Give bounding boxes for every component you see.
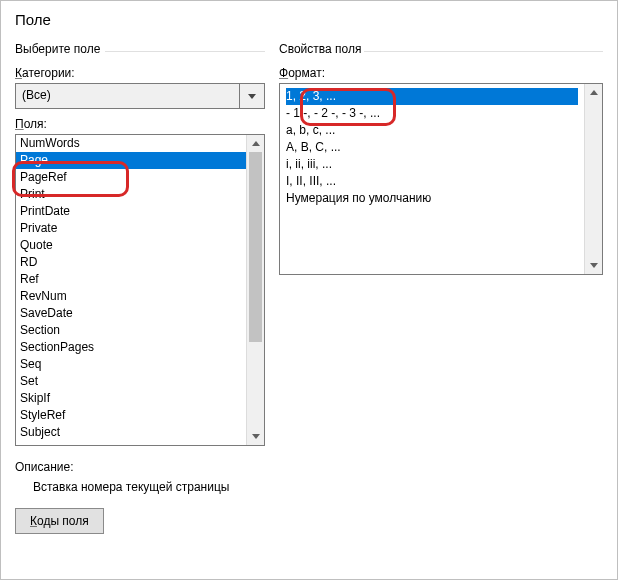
list-item[interactable]: 1, 2, 3, ...	[286, 88, 578, 105]
list-item[interactable]: I, II, III, ...	[286, 173, 578, 190]
list-item[interactable]: Private	[16, 220, 246, 237]
scroll-thumb[interactable]	[249, 152, 262, 342]
categories-label-hotkey: К	[15, 66, 22, 80]
field-codes-button-rest: оды поля	[37, 514, 89, 528]
list-item[interactable]: Нумерация по умолчанию	[286, 190, 578, 207]
list-item[interactable]: RD	[16, 254, 246, 271]
triangle-down-icon	[252, 434, 260, 439]
fields-listbox-items: NumWordsPagePageRefPrintPrintDatePrivate…	[16, 135, 246, 445]
format-label-hotkey: Ф	[279, 66, 288, 80]
categories-combo-value: (Все)	[16, 84, 239, 108]
categories-combo[interactable]: (Все)	[15, 83, 265, 109]
field-codes-button[interactable]: Коды поля	[15, 508, 104, 534]
fields-scrollbar[interactable]	[246, 135, 264, 445]
scroll-up-button[interactable]	[585, 84, 602, 101]
format-listbox[interactable]: 1, 2, 3, ...- 1 -, - 2 -, - 3 -, ...a, b…	[279, 83, 603, 275]
list-item[interactable]: Subject	[16, 424, 246, 441]
fields-label: Поля:	[15, 117, 265, 131]
scroll-down-button[interactable]	[585, 257, 602, 274]
scroll-down-button[interactable]	[247, 428, 264, 445]
description-section: Описание: Вставка номера текущей страниц…	[1, 460, 617, 494]
format-label-rest: ормат:	[288, 66, 325, 80]
list-item[interactable]: i, ii, iii, ...	[286, 156, 578, 173]
dialog-title: Поле	[1, 1, 617, 42]
description-text: Вставка номера текущей страницы	[15, 474, 603, 494]
chevron-down-icon	[248, 94, 256, 99]
triangle-up-icon	[590, 90, 598, 95]
list-item[interactable]: Quote	[16, 237, 246, 254]
field-codes-button-hotkey: К	[30, 514, 37, 528]
right-column: Свойства поля Формат: 1, 2, 3, ...- 1 -,…	[279, 42, 603, 446]
triangle-up-icon	[252, 141, 260, 146]
triangle-down-icon	[590, 263, 598, 268]
fields-listbox[interactable]: NumWordsPagePageRefPrintPrintDatePrivate…	[15, 134, 265, 446]
list-item[interactable]: Seq	[16, 356, 246, 373]
list-item[interactable]: Print	[16, 186, 246, 203]
list-item[interactable]: Set	[16, 373, 246, 390]
list-item[interactable]: PrintDate	[16, 203, 246, 220]
list-item[interactable]: RevNum	[16, 288, 246, 305]
list-item[interactable]: StyleRef	[16, 407, 246, 424]
fields-label-hotkey: П	[15, 117, 24, 131]
field-dialog: Поле Выберите поле Категории: (Все) Поля…	[0, 0, 618, 580]
button-row: Коды поля	[1, 494, 617, 548]
left-column: Выберите поле Категории: (Все) Поля: Num…	[15, 42, 265, 446]
fields-label-rest: оля:	[24, 117, 47, 131]
list-item[interactable]: - 1 -, - 2 -, - 3 -, ...	[286, 105, 578, 122]
select-field-group-label: Выберите поле	[15, 42, 265, 58]
list-item[interactable]: Section	[16, 322, 246, 339]
list-item[interactable]: Page	[16, 152, 246, 169]
list-item[interactable]: PageRef	[16, 169, 246, 186]
list-item[interactable]: Ref	[16, 271, 246, 288]
list-item[interactable]: a, b, c, ...	[286, 122, 578, 139]
list-item[interactable]: SkipIf	[16, 390, 246, 407]
format-label: Формат:	[279, 66, 603, 80]
description-label: Описание:	[15, 460, 603, 474]
format-scrollbar[interactable]	[584, 84, 602, 274]
format-listbox-items: 1, 2, 3, ...- 1 -, - 2 -, - 3 -, ...a, b…	[280, 84, 584, 274]
list-item[interactable]: SectionPages	[16, 339, 246, 356]
categories-label-rest: атегории:	[22, 66, 75, 80]
categories-label: Категории:	[15, 66, 265, 80]
list-item[interactable]: NumWords	[16, 135, 246, 152]
dialog-body: Выберите поле Категории: (Все) Поля: Num…	[1, 42, 617, 446]
categories-combo-button[interactable]	[239, 84, 264, 108]
list-item[interactable]: SaveDate	[16, 305, 246, 322]
list-item[interactable]: A, B, C, ...	[286, 139, 578, 156]
scroll-up-button[interactable]	[247, 135, 264, 152]
field-properties-group-label: Свойства поля	[279, 42, 603, 58]
